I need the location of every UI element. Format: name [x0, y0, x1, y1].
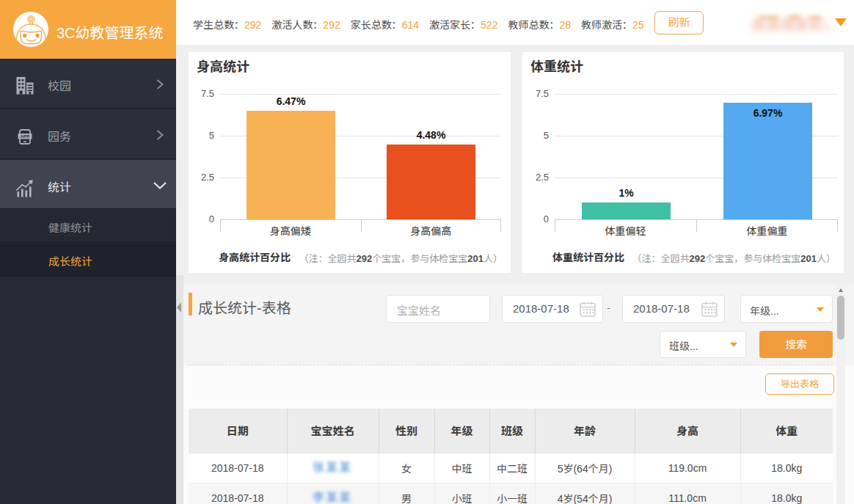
svg-text:APP: APP [21, 134, 30, 139]
